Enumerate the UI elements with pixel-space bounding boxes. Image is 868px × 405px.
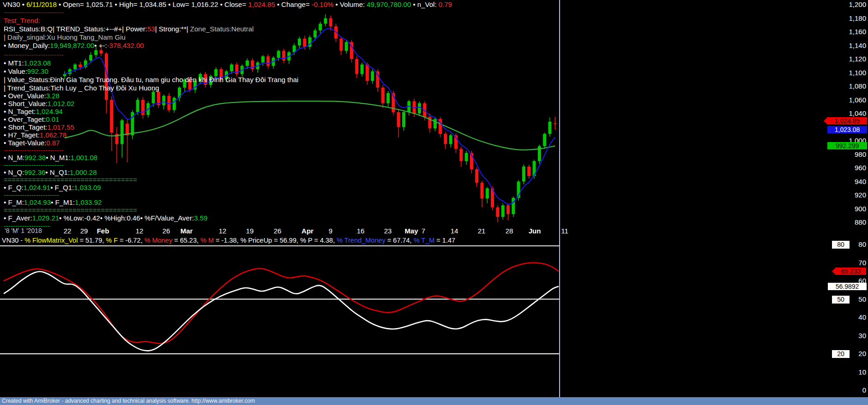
candle-up [548, 122, 551, 134]
candle-down [100, 50, 103, 54]
overlay-line: ================================= [4, 206, 137, 214]
osc-line--money [4, 263, 559, 344]
candle-down [168, 96, 171, 110]
date-tick-label: Jun [529, 227, 541, 235]
overlay-line: Test_Trend: [4, 17, 40, 24]
overlay-line: • Over_Taget:0.01 [4, 115, 59, 123]
ma-fast-line [65, 29, 555, 204]
text-segment: 1,024.94 [36, 107, 62, 115]
overlay-line: • N_M:992.38• N_M1:1,001.08 [4, 154, 97, 161]
candle-up [230, 65, 233, 71]
candle-up [449, 135, 452, 144]
text-segment: % PriceUp [241, 237, 272, 244]
text-segment: • Volume: [333, 0, 367, 8]
overlay-line: • Taget-Value:0.87 [4, 139, 60, 147]
candle-up [543, 134, 546, 146]
date-tick-label: 19 [246, 227, 254, 235]
overlay-line: • F_M:1,024.93• F_M1:1,033.92 [4, 198, 102, 206]
text-segment: • Taget-Value: [4, 139, 46, 147]
text-segment: | Trend_Status:Tich Luy _ Cho Thay Đôi X… [4, 84, 159, 92]
candle-up [371, 71, 374, 81]
overlay-line: • F_Aver:1,029.21• %Low:-0.42• %High:0.4… [4, 214, 207, 222]
osc-tick-label: 0 [834, 387, 866, 394]
text-segment: 0.01 [46, 115, 59, 123]
candle-down [78, 65, 82, 67]
candle-up [313, 30, 317, 37]
text-segment: VN30 [3, 0, 22, 8]
candle-up [214, 69, 217, 76]
overlay-line: • F_Q:1,024.91• F_Q1:1,033.09 [4, 184, 101, 191]
text-segment: • n_Vol: [411, 0, 438, 8]
text-segment: = 1.47 [434, 237, 455, 244]
text-segment: • +-: [94, 42, 107, 49]
candle-down [110, 100, 113, 133]
candle-down [397, 112, 400, 127]
price-badge: 992.299 [827, 142, 867, 149]
text-segment: 0.79 [439, 0, 452, 8]
text-segment: % Trend_Money [337, 237, 386, 244]
price-tick-label: 980 [834, 151, 866, 158]
date-tick-label: 9 [329, 227, 332, 235]
overlay-line: -------------------------- [4, 161, 64, 169]
text-segment: 1,062.78 [40, 131, 66, 139]
osc-tick-label: 40 [834, 314, 866, 321]
text-segment: • F_Aver: [4, 214, 32, 222]
candle-down [303, 39, 306, 47]
date-tick-label: 23 [384, 227, 392, 235]
text-segment: RSI_Status:B:Q| TREND_Status:+--#+| Powe… [4, 25, 147, 33]
chart-canvas[interactable] [0, 0, 868, 405]
candle-up [345, 42, 348, 51]
overlay-line: ------------------------ [4, 191, 59, 199]
text-segment: = 4.38, [312, 237, 337, 244]
candle-up [486, 188, 489, 198]
date-tick-label: 21 [478, 227, 486, 235]
text-segment: 0.87 [46, 139, 60, 147]
price-tick-label: 1,160 [834, 28, 866, 36]
text-segment: -------------------------- [4, 146, 64, 154]
text-segment: • %Low: [59, 214, 84, 222]
text-segment: • F_M1: [51, 198, 75, 206]
text-segment: 49,970,780.00 [367, 0, 411, 8]
text-segment: Test_Trend: [4, 17, 40, 24]
text-segment: % Money [145, 237, 172, 244]
candle-down [381, 88, 385, 103]
candle-up [73, 65, 77, 69]
candle-up [434, 119, 437, 129]
date-tick-label: 22 [64, 227, 72, 235]
text-segment: 1,017.55 [47, 123, 74, 131]
candle-down [481, 183, 484, 198]
overlay-line: • Short_Value:1,012.02 [4, 100, 74, 107]
candle-down [475, 169, 478, 183]
osc-boxed-label: 20 [832, 350, 850, 358]
date-tick-label: 16 [357, 227, 365, 235]
text-segment: • Open= 1,025.71 • High= 1,034.85 • Low=… [57, 0, 248, 8]
text-segment: • F_M: [4, 198, 24, 206]
candle-up [261, 56, 265, 62]
candle-up [173, 98, 176, 110]
text-segment: 3.28 [46, 92, 60, 100]
price-tick-label: 1,200 [834, 1, 866, 8]
text-segment: • %High: [100, 214, 127, 222]
candle-up [501, 205, 505, 217]
text-segment: • Change= [275, 0, 312, 8]
text-segment: • H7_Taget: [4, 131, 40, 139]
date-tick-label: 12 [219, 227, 227, 235]
candle-up [121, 120, 124, 144]
overlay-line: • N_Taget:1,024.94 [4, 107, 63, 115]
osc-value-badge: 65.233 [836, 268, 866, 275]
text-segment: 1,001.08 [71, 154, 97, 161]
text-segment: 53 [147, 25, 155, 33]
text-segment: • N_Q: [4, 168, 24, 176]
candle-up [418, 103, 421, 113]
date-tick-label: Mar [181, 227, 193, 235]
price-badge: 1,023.08 [827, 126, 867, 133]
text-segment: • F_Q1: [50, 184, 74, 191]
text-segment: = 56.99, [272, 237, 300, 244]
text-segment: -378,432.00 [107, 42, 144, 49]
price-tick-label: 1,040 [834, 110, 866, 117]
text-segment: -------------------------- [4, 8, 64, 16]
text-segment: -0.42 [84, 214, 100, 222]
text-segment: 6/11/2018 [26, 0, 57, 8]
candle-up [319, 24, 322, 30]
text-segment: 1,000.28 [70, 168, 96, 176]
